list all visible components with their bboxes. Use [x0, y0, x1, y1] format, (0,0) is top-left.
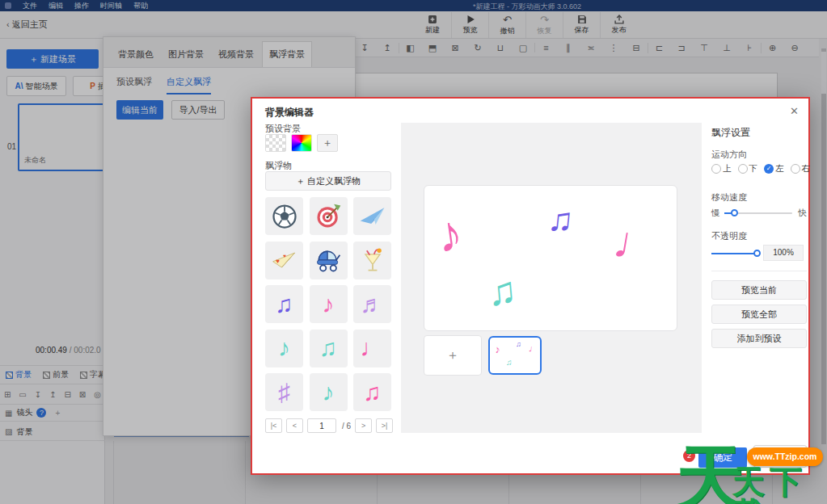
float-group-thumbnail-selected[interactable]: ♪♫♩♫	[488, 336, 542, 375]
divider	[711, 271, 807, 271]
radio-icon[interactable]	[711, 164, 721, 174]
fast-label: 快	[799, 208, 808, 219]
float-preview-canvas[interactable]: ♪♫♩♫	[424, 185, 677, 331]
add-to-preset-button[interactable]: 添加到预设	[711, 329, 807, 348]
rainbow-swatch[interactable]	[291, 134, 312, 152]
preview-current-button[interactable]: 预览当前	[711, 280, 807, 300]
music-note-teal-flag-icon[interactable]: ♪	[265, 330, 303, 368]
opacity-slider-row: 100%	[711, 248, 807, 264]
music-note-teal-icon[interactable]: ♪	[310, 373, 348, 411]
svg-text:♥: ♥	[276, 258, 280, 265]
speed-slider-row: 慢 快	[711, 208, 807, 219]
music-notes-pink-icon[interactable]: ♫	[353, 373, 391, 411]
transparent-swatch[interactable]	[265, 134, 286, 152]
music-note-pink-icon[interactable]: ♪	[310, 285, 348, 323]
thumbnail-note: ♫	[506, 359, 513, 367]
add-preset-swatch-button[interactable]: ＋	[317, 134, 338, 152]
note-teal-beamed[interactable]: ♫	[486, 271, 518, 313]
next-page-button[interactable]: >	[355, 418, 372, 433]
opacity-slider[interactable]	[711, 253, 758, 254]
radio-icon[interactable]	[791, 164, 800, 174]
page-total: / 6	[342, 422, 351, 430]
watermark-brand: 天下载	[732, 465, 827, 504]
prev-page-button[interactable]: <	[286, 418, 303, 433]
float-items-label: 飘浮物	[265, 160, 292, 172]
direction-radios: 上下✓左右	[711, 163, 810, 174]
note-purple-beamed[interactable]: ♫	[546, 202, 576, 238]
opacity-slider-knob[interactable]	[753, 250, 761, 257]
last-page-button[interactable]: >|	[376, 418, 393, 433]
opacity-label: 不透明度	[711, 230, 747, 242]
direction-label: 运动方向	[711, 149, 747, 161]
add-custom-float-button[interactable]: ＋ 自定义飘浮物	[265, 171, 391, 191]
note-pink-eighth[interactable]: ♪	[433, 208, 465, 261]
radio-icon[interactable]: ✓	[764, 164, 774, 174]
app-root: 文件编辑操作时间轴帮助 *新建工程 - 万彩动画大师 3.0.602 ‹返回主页…	[0, 0, 827, 504]
music-notes-teal-icon[interactable]: ♫	[310, 330, 348, 368]
direction-radio-右[interactable]: 右	[791, 163, 811, 174]
quarter-note-pink-icon[interactable]: ♩	[353, 330, 391, 368]
direction-radio-左[interactable]: ✓左	[764, 163, 784, 174]
note-pink-quarter[interactable]: ♩	[610, 218, 663, 271]
baby-carriage-icon[interactable]	[310, 242, 348, 279]
soccer-ball-icon[interactable]	[265, 197, 303, 235]
cocktail-icon[interactable]	[353, 242, 391, 279]
add-float-group-button[interactable]: ＋	[424, 335, 482, 376]
radio-icon[interactable]	[738, 164, 748, 174]
speed-label: 移动速度	[711, 191, 747, 204]
pagination: |< < / 6 > >|	[265, 418, 393, 433]
svg-text:♥: ♥	[283, 253, 286, 258]
paper-plane-hearts-icon[interactable]: ♥♥	[265, 242, 303, 279]
direction-radio-上[interactable]: 上	[711, 163, 732, 174]
direction-radio-下[interactable]: 下	[738, 163, 758, 174]
thumbnail-note: ♫	[516, 341, 521, 348]
music-notes-purple-icon[interactable]: ♫	[265, 285, 303, 323]
speed-slider-knob[interactable]	[731, 209, 738, 216]
thumbnail-note: ♩	[528, 343, 539, 355]
opacity-value: 100%	[763, 245, 804, 261]
slow-label: 慢	[711, 208, 720, 219]
paper-plane-blue-icon[interactable]	[353, 197, 391, 235]
dart-target-icon[interactable]	[310, 197, 348, 235]
thumbnail-note: ♪	[494, 344, 501, 355]
first-page-button[interactable]: |<	[265, 418, 282, 433]
music-notes-violet-icon[interactable]: ♬	[353, 285, 391, 323]
preset-background-label: 预设背景	[265, 123, 301, 135]
preview-area: ♪♫♩♫ ＋ ♪♫♩♫	[401, 123, 702, 433]
float-settings-panel: 飘浮设置 运动方向 上下✓左右 移动速度 慢 快 不透明度 100%	[711, 99, 807, 473]
page-input[interactable]	[307, 418, 336, 433]
sharp-sign-violet-icon[interactable]: ♯	[265, 373, 303, 411]
preview-all-button[interactable]: 预览全部	[711, 304, 807, 324]
float-items-grid: ♥♥♫♪♬♪♫♩♯♪♫	[265, 197, 391, 411]
settings-title: 飘浮设置	[711, 126, 750, 140]
background-editor-modal: 背景编辑器 ✕ 预设背景 ＋ 飘浮物 ＋ 自定义飘浮物 ♥♥♫♪♬♪♫♩♯♪♫ …	[251, 97, 810, 475]
modal-title: 背景编辑器	[265, 106, 314, 120]
speed-slider[interactable]	[724, 212, 792, 214]
